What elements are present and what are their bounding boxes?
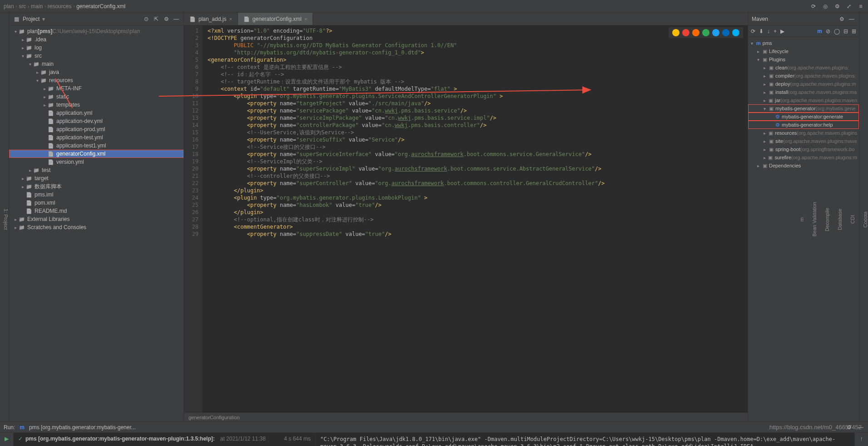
download-icon[interactable]: ↓ [767, 28, 770, 34]
browser-icon[interactable] [712, 29, 719, 36]
rerun-icon[interactable]: ▶ [5, 436, 9, 442]
browser-icons[interactable] [669, 27, 743, 38]
tree-item-resources[interactable]: ▾ resources [9, 76, 184, 84]
tree-item-src[interactable]: ▾ src [9, 52, 184, 60]
hamburger-icon[interactable]: ≡ [857, 3, 864, 10]
maven-toolbar[interactable]: ⟳ ⬇ ↓ + ▶ m ⊘ ◯ ⊟ ⊞ [748, 25, 859, 37]
maven-item-Lifecycle[interactable]: ▸▣ Lifecycle [748, 47, 859, 55]
offline-icon[interactable]: ◯ [834, 28, 840, 34]
tree-item-application-dev.yml[interactable]: application-dev.yml [9, 117, 184, 125]
gear-icon[interactable]: ⚙ [163, 15, 170, 23]
tab-plan_add.js[interactable]: plan_add.js× [184, 13, 238, 25]
close-icon[interactable]: × [304, 16, 307, 22]
tree-item-templates[interactable]: ▸ templates [9, 101, 184, 109]
tree-item-log[interactable]: ▸ log [9, 44, 184, 52]
project-title[interactable]: Project [23, 16, 40, 22]
tree-item-java[interactable]: ▸ java [9, 68, 184, 76]
left-tool-gutter: 1: Project7: Structure2: FavoritesWeb [0, 13, 9, 421]
generate-icon[interactable]: ⬇ [759, 28, 764, 34]
skip-icon[interactable]: ⊘ [826, 28, 830, 34]
run-right-tools: ↑ ↓ ↩ ⤓ 🖶 [854, 433, 868, 446]
tree-item-target[interactable]: ▸ target [9, 174, 184, 182]
run-task-tree[interactable]: ✓ pms [org.mybatis.generator:mybatis-gen… [14, 433, 316, 446]
tree-item-.idea[interactable]: ▸ .idea [9, 35, 184, 44]
tree-item-application-test1.yml[interactable]: application-test1.yml [9, 142, 184, 150]
gutter-item[interactable]: CDI [850, 215, 855, 224]
target-icon[interactable]: ◎ [822, 3, 829, 10]
maven-item-surefire[interactable]: ▸▣ surefire (org.apache.maven.plugins:m [748, 153, 859, 162]
tree-item-main[interactable]: ▾ main [9, 60, 184, 68]
tree-item-application-prod.yml[interactable]: application-prod.yml [9, 125, 184, 133]
close-icon[interactable]: × [229, 16, 232, 22]
browser-icon[interactable] [702, 29, 709, 36]
tree-item-README.md[interactable]: README.md [9, 207, 184, 215]
maven-item-pms[interactable]: ▾m pms [748, 39, 859, 47]
up-icon[interactable]: ↑ [860, 436, 863, 442]
project-tree[interactable]: ▾ plan [pms] C:\Users\wwkj-15\Desktop\pm… [9, 25, 184, 421]
collapse-icon[interactable]: ⊟ [843, 28, 848, 34]
code-content[interactable]: <?xml version="1.0" encoding="UTF-8"?> <… [202, 25, 748, 412]
browser-icon[interactable] [722, 29, 729, 36]
maven-item-clean[interactable]: ▸▣ clean (org.apache.maven.plugins: [748, 64, 859, 72]
gutter-item[interactable]: 1: Project [3, 209, 9, 230]
hide-icon[interactable]: — [173, 15, 180, 23]
tree-item-pom.xml[interactable]: pom.xml [9, 199, 184, 207]
maven-title[interactable]: Maven [752, 16, 768, 22]
collapse-icon[interactable]: ⇱ [153, 15, 160, 23]
m-icon[interactable]: m [817, 28, 822, 34]
maven-item-deploy[interactable]: ▸▣ deploy (org.apache.maven.plugins:m [748, 80, 859, 88]
reimport-icon[interactable]: ⟳ [751, 28, 755, 34]
hide-icon[interactable]: — [848, 15, 855, 23]
maven-item-spring-boot[interactable]: ▸▣ spring-boot (org.springframework.bo [748, 145, 859, 153]
gutter-item[interactable]: Decompile [824, 208, 830, 231]
breadcrumb[interactable]: plan › src › main › resources › generato… [4, 3, 125, 10]
console-output[interactable]: "C:\Program Files\Java\jdk1.8.0_171\bin\… [316, 433, 854, 446]
browser-icon[interactable] [732, 29, 739, 36]
editor-area: plan_add.js× generatorConfig.xml× 123456… [184, 13, 748, 421]
tree-item-Scratches and Consoles[interactable]: ▸ Scratches and Consoles [9, 223, 184, 231]
expand-icon[interactable]: ⤢ [845, 3, 853, 10]
tab-generatorConfig.xml[interactable]: generatorConfig.xml× [238, 13, 313, 25]
browser-icon[interactable] [672, 29, 680, 36]
tree-item-generatorConfig.xml[interactable]: generatorConfig.xml [9, 150, 184, 158]
tree-item-META-INF[interactable]: ▸ META-INF [9, 84, 184, 93]
gear-icon[interactable]: ⚙ [833, 3, 841, 10]
maven-item-mybatis-generator:generate[interactable]: ⚙ mybatis-generator:generate [748, 113, 859, 121]
run-label: Run: [4, 424, 15, 431]
maven-item-Plugins[interactable]: ▾▣ Plugins [748, 55, 859, 64]
tree-item-数据库脚本[interactable]: ▸ 数据库脚本 [9, 182, 184, 191]
maven-item-mybatis-generator:help[interactable]: ⚙ mybatis-generator:help [748, 121, 859, 129]
maven-item-compiler[interactable]: ▸▣ compiler (org.apache.maven.plugins: [748, 72, 859, 80]
editor-body[interactable]: 1234567891011121314151617181920212223242… [184, 25, 748, 412]
maven-item-mybatis-generator[interactable]: ▾▣ mybatis-generator (org.mybatis.gene [748, 104, 859, 113]
tree-item-application-test.yml[interactable]: application-test.yml [9, 133, 184, 142]
maven-item-site[interactable]: ▸▣ site (org.apache.maven.plugins:mave [748, 137, 859, 145]
tree-item-version.yml[interactable]: version.yml [9, 158, 184, 166]
maven-item-install[interactable]: ▸▣ install (org.apache.maven.plugins:ma [748, 88, 859, 96]
run-icon[interactable]: ▶ [780, 28, 784, 34]
tree-item-External Libraries[interactable]: ▸ External Libraries [9, 215, 184, 223]
browser-icon[interactable] [682, 29, 689, 36]
gutter-item[interactable]: Codota [863, 211, 868, 227]
locate-icon[interactable]: ⊙ [143, 15, 150, 23]
right-tool-gutter: CodotaCDIDatabaseDecompileBean Validatio… [859, 13, 868, 421]
tree-item-test[interactable]: ▸ test [9, 166, 184, 174]
editor-breadcrumb[interactable]: generatorConfiguration [184, 412, 748, 421]
gutter-item[interactable]: Bean Validation [812, 202, 817, 236]
tree-item-plan[interactable]: ▾ plan [pms] C:\Users\wwkj-15\Desktop\pm… [9, 27, 184, 35]
tree-item-application.yml[interactable]: application.yml [9, 109, 184, 117]
gutter-item[interactable]: m [799, 217, 804, 221]
show-icon[interactable]: ⊞ [852, 28, 856, 34]
maven-item-jar[interactable]: ▸▣ jar (org.apache.maven.plugins:maven [748, 96, 859, 104]
sync-icon[interactable]: ⟳ [810, 3, 817, 10]
maven-item-Dependencies[interactable]: ▸▣ Dependencies [748, 162, 859, 170]
editor-tabs[interactable]: plan_add.js× generatorConfig.xml× [184, 13, 748, 25]
tree-item-static[interactable]: ▸ static [9, 93, 184, 101]
browser-icon[interactable] [692, 29, 699, 36]
add-icon[interactable]: + [774, 28, 777, 34]
gutter-item[interactable]: Database [837, 209, 843, 230]
tree-item-pms.iml[interactable]: pms.iml [9, 191, 184, 199]
maven-item-resources[interactable]: ▸▣ resources (org.apache.maven.plugins [748, 129, 859, 137]
run-config[interactable]: pms [org.mybatis.generator:mybatis-gener… [29, 424, 136, 431]
gear-icon[interactable]: ⚙ [838, 15, 845, 23]
